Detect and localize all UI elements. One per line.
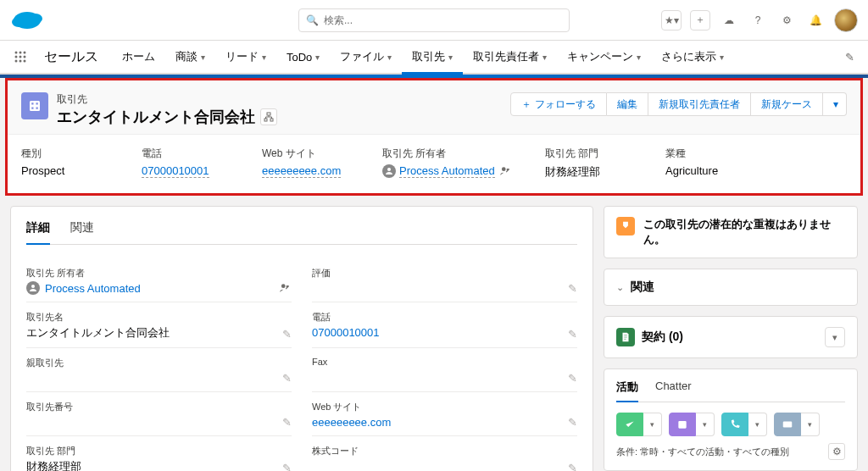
svg-point-11 (24, 60, 26, 63)
svg-point-7 (19, 56, 22, 58)
email-button[interactable] (774, 413, 801, 436)
contracts-title: 契約 (0) (642, 330, 683, 345)
chevron-down-icon[interactable]: ▾ (637, 53, 641, 62)
follow-button[interactable]: ＋フォローする (510, 92, 607, 116)
nav-tab-opportunities[interactable]: 商談▾ (165, 41, 215, 73)
new-task-button[interactable] (616, 413, 643, 436)
tab-detail[interactable]: 詳細 (26, 220, 50, 244)
new-task-menu[interactable]: ▾ (643, 413, 662, 436)
user-avatar[interactable] (834, 8, 858, 32)
chevron-down-icon[interactable]: ▾ (542, 53, 547, 62)
nav-tab-leads[interactable]: リード▾ (215, 41, 276, 73)
field-rating-value (312, 281, 577, 295)
svg-rect-17 (267, 113, 270, 115)
compact-owner-label: 取引先 所有者 (382, 147, 518, 161)
chevron-down-icon[interactable]: ▾ (201, 53, 205, 62)
field-fax-label: Fax (312, 357, 577, 367)
new-contact-button[interactable]: 新規取引先責任者 (648, 92, 751, 116)
contract-icon (616, 328, 635, 346)
field-phone-link[interactable]: 07000010001 (312, 326, 380, 339)
tab-related[interactable]: 関連 (70, 220, 94, 244)
global-search[interactable]: 🔍 (298, 8, 570, 32)
activity-tab[interactable]: 活動 (616, 380, 638, 402)
compact-owner-link[interactable]: Process Automated (399, 164, 495, 178)
nav-tabs: ホーム 商談▾ リード▾ ToDo▾ ファイル▾ 取引先▾ 取引先責任者▾ キャ… (112, 41, 734, 73)
app-launcher-icon[interactable] (10, 41, 31, 73)
trailhead-icon[interactable]: ☁ (719, 10, 739, 30)
owner-avatar-icon (26, 281, 40, 295)
chevron-down-icon[interactable]: ▾ (315, 53, 320, 62)
account-icon (21, 92, 48, 119)
nav-tab-accounts[interactable]: 取引先▾ (402, 41, 463, 73)
compact-industry-label: 業種 (665, 147, 759, 161)
svg-rect-13 (31, 103, 33, 104)
nav-tab-home[interactable]: ホーム (112, 41, 165, 73)
log-call-button[interactable] (721, 413, 748, 436)
field-owner-label: 取引先 所有者 (26, 267, 292, 280)
edit-pencil-icon[interactable]: ✎ (282, 416, 292, 429)
nav-tab-campaigns[interactable]: キャンペーン▾ (557, 41, 651, 73)
chatter-tab[interactable]: Chatter (655, 380, 692, 402)
nav-tab-tasks[interactable]: ToDo▾ (276, 41, 330, 73)
compact-industry-value: Agriculture (665, 164, 759, 177)
compact-website-link[interactable]: eeeeeeeee.com (262, 164, 341, 178)
chevron-down-icon[interactable]: ▾ (387, 53, 392, 62)
chevron-down-icon[interactable]: ▾ (448, 53, 453, 62)
edit-pencil-icon[interactable]: ✎ (568, 328, 577, 341)
change-owner-icon[interactable] (278, 281, 292, 295)
edit-nav-icon[interactable]: ✎ (842, 41, 858, 73)
compact-website-label: Web サイト (262, 147, 355, 161)
notifications-icon[interactable]: 🔔 (805, 10, 826, 30)
field-number-value (26, 415, 292, 429)
nav-tab-files[interactable]: ファイル▾ (330, 41, 402, 73)
detail-panel: 詳細 関連 取引先 所有者 Process Automated 評価 ✎ 取引先… (10, 206, 593, 471)
setup-gear-icon[interactable]: ⚙ (776, 10, 797, 30)
more-actions-button[interactable]: ▾ (823, 92, 847, 116)
activity-filter-text: 条件: 常時・すべての活動・すべての種別 (616, 446, 789, 458)
edit-pencil-icon[interactable]: ✎ (568, 282, 577, 295)
expand-icon[interactable]: ⌄ (616, 282, 624, 293)
favorites-button[interactable]: ★▾ (661, 10, 682, 30)
nav-tab-contacts[interactable]: 取引先責任者▾ (463, 41, 557, 73)
salesforce-logo (10, 8, 44, 32)
edit-pencil-icon[interactable]: ✎ (282, 462, 292, 471)
search-input[interactable] (324, 14, 562, 26)
object-label: 取引先 (57, 92, 277, 107)
new-event-button[interactable] (669, 413, 696, 436)
svg-rect-14 (36, 103, 38, 104)
svg-rect-19 (270, 119, 273, 121)
record-actions: ＋フォローする 編集 新規取引先責任者 新規ケース ▾ (510, 92, 847, 116)
edit-pencil-icon[interactable]: ✎ (282, 372, 292, 385)
nav-tab-more[interactable]: さらに表示▾ (651, 41, 734, 73)
search-icon: 🔍 (306, 14, 319, 26)
email-menu[interactable]: ▾ (801, 413, 820, 436)
edit-pencil-icon[interactable]: ✎ (568, 372, 577, 385)
activity-card: 活動 Chatter ▾ ▾ ▾ ▾ 条件: 常時・すべての活動・すべての種別 … (604, 368, 858, 471)
new-case-button[interactable]: 新規ケース (751, 92, 823, 116)
edit-pencil-icon[interactable]: ✎ (568, 416, 577, 429)
field-owner-link[interactable]: Process Automated (45, 282, 141, 295)
svg-point-21 (502, 167, 506, 171)
edit-pencil-icon[interactable]: ✎ (282, 328, 292, 341)
owner-avatar-icon (382, 164, 396, 178)
edit-pencil-icon[interactable]: ✎ (568, 462, 577, 471)
log-call-menu[interactable]: ▾ (748, 413, 767, 436)
change-owner-icon[interactable] (498, 164, 512, 178)
svg-point-2 (29, 14, 42, 24)
compact-type-label: 種別 (21, 147, 114, 161)
edit-button[interactable]: 編集 (607, 92, 648, 116)
activity-settings-button[interactable]: ⚙ (828, 443, 845, 460)
help-icon[interactable]: ? (748, 10, 768, 30)
global-actions-button[interactable]: ＋ (690, 10, 710, 30)
new-event-menu[interactable]: ▾ (696, 413, 715, 436)
field-website-link[interactable]: eeeeeeeee.com (312, 416, 391, 429)
field-dept-value: 財務経理部 (26, 459, 292, 471)
chevron-down-icon[interactable]: ▾ (720, 53, 724, 62)
compact-phone-link[interactable]: 07000010001 (142, 164, 209, 178)
field-rating-label: 評価 (312, 267, 577, 280)
svg-point-6 (15, 56, 18, 58)
card-menu-button[interactable]: ▾ (825, 327, 845, 347)
hierarchy-button[interactable] (260, 108, 277, 125)
record-name: エンタイトルメント合同会社 (57, 107, 277, 127)
chevron-down-icon[interactable]: ▾ (262, 53, 266, 62)
